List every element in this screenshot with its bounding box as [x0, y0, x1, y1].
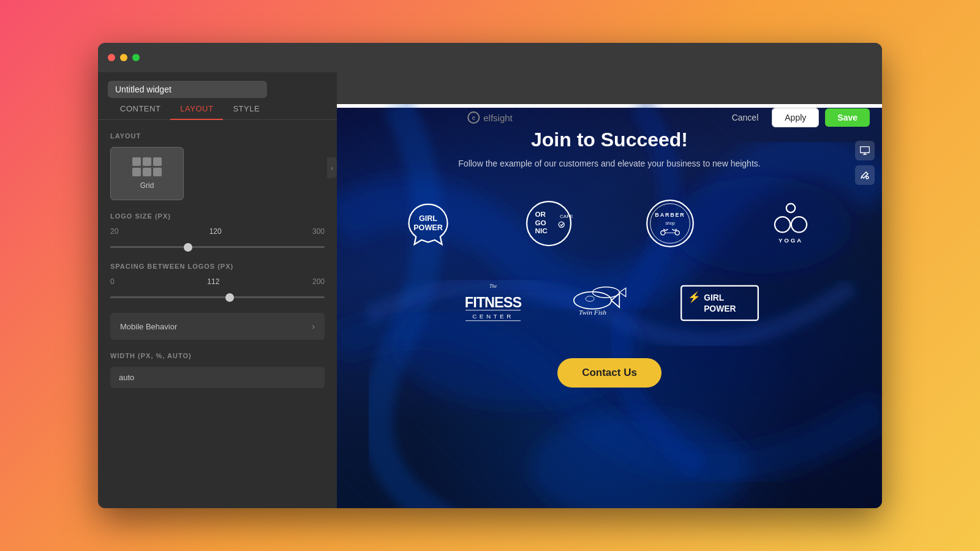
width-section: WIDTH (PX, %, AUTO) auto	[110, 352, 325, 388]
tab-content[interactable]: CONTENT	[110, 98, 170, 119]
svg-point-35	[866, 176, 869, 179]
svg-text:GO: GO	[535, 219, 546, 227]
logo-twin-fish: Twin Fish	[564, 272, 643, 334]
svg-point-26	[574, 292, 611, 309]
svg-text:BARBER: BARBER	[655, 212, 685, 218]
layout-option-grid-label: Grid	[140, 181, 154, 190]
width-input[interactable]: auto	[110, 367, 325, 388]
logo-fitness-center: The FITNESS CENTER	[459, 272, 527, 334]
svg-text:POWER: POWER	[704, 304, 736, 313]
sidebar: Untitled widget CONTENT LAYOUT STYLE LAY…	[98, 72, 337, 508]
app-window: Untitled widget CONTENT LAYOUT STYLE LAY…	[98, 43, 882, 508]
svg-point-2	[530, 413, 748, 508]
spacing-slider[interactable]	[110, 296, 325, 298]
svg-text:The: The	[489, 283, 497, 289]
preview-title: Join to Succeed!	[531, 129, 688, 151]
svg-point-17	[786, 204, 795, 212]
preview-toolbar	[855, 141, 875, 185]
tab-style[interactable]: STYLE	[223, 98, 270, 119]
layout-label: LAYOUT	[110, 132, 325, 140]
spacing-range-labels: 0 112 200	[110, 277, 325, 286]
girl-power-svg: GIRL POWER	[401, 196, 456, 251]
logo-size-current: 120	[209, 227, 222, 236]
logos-grid-row2: The FITNESS CENTER	[459, 272, 760, 334]
paint-icon[interactable]	[855, 165, 875, 185]
svg-text:OR: OR	[535, 210, 546, 218]
mobile-behavior-row[interactable]: Mobile Behavior ›	[110, 313, 325, 340]
widget-title-input[interactable]: Untitled widget	[108, 81, 267, 98]
logo-girl-power-badge: ⚡ GIRL POWER	[680, 272, 760, 334]
contact-button[interactable]: Contact Us	[557, 358, 662, 388]
svg-text:shop: shop	[665, 220, 675, 226]
svg-point-10	[559, 222, 564, 227]
preview-subtitle: Follow the example of our customers and …	[458, 159, 760, 168]
spacing-current: 112	[207, 277, 219, 286]
barber-shop-svg: BARBER shop	[643, 196, 698, 251]
sidebar-body: LAYOUT Grid ›	[98, 120, 337, 508]
spacing-label: SPACING BETWEEN LOGOS (PX)	[110, 263, 325, 270]
maximize-button[interactable]	[132, 54, 140, 61]
preview-pane: Join to Succeed! Follow the example of o…	[337, 104, 882, 508]
svg-text:YOGA: YOGA	[778, 237, 803, 244]
logo-barber-shop: BARBER shop	[619, 193, 722, 254]
elfsight-label: elfsight	[483, 113, 513, 123]
width-label: WIDTH (PX, %, AUTO)	[110, 352, 325, 359]
elfsight-icon: e	[467, 111, 480, 124]
organic-cafe-svg: OR GO NIC CAFE	[521, 196, 576, 251]
girl-power-badge-svg: ⚡ GIRL POWER	[680, 285, 760, 321]
spacing-section: SPACING BETWEEN LOGOS (PX) 0 112 200	[110, 263, 325, 301]
spacing-min: 0	[110, 277, 115, 286]
grid-icon	[132, 157, 162, 176]
preview-content: Join to Succeed! Follow the example of o…	[337, 104, 882, 412]
logo-size-min: 20	[110, 227, 118, 236]
svg-point-16	[675, 231, 679, 235]
svg-text:NIC: NIC	[535, 227, 548, 234]
titlebar	[98, 43, 882, 72]
svg-text:POWER: POWER	[413, 223, 443, 232]
logo-size-max: 300	[312, 227, 325, 236]
mobile-behavior-chevron: ›	[312, 321, 315, 331]
save-button[interactable]: Save	[825, 108, 870, 127]
fitness-center-svg: The FITNESS CENTER	[459, 276, 527, 331]
tab-layout[interactable]: LAYOUT	[170, 98, 223, 119]
svg-text:⚡: ⚡	[688, 291, 701, 304]
logos-grid-row1: GIRL POWER OR GO NIC CAFE	[377, 193, 842, 254]
desktop-view-icon[interactable]	[855, 141, 875, 160]
preview-background: Join to Succeed! Follow the example of o…	[337, 104, 882, 508]
close-button[interactable]	[108, 54, 115, 61]
logo-organic-cafe: OR GO NIC CAFE	[498, 193, 601, 254]
cancel-button[interactable]: Cancel	[725, 109, 766, 126]
tabs-bar: CONTENT LAYOUT STYLE	[98, 98, 337, 120]
layout-section: LAYOUT Grid ›	[110, 132, 325, 200]
svg-point-27	[586, 296, 594, 302]
svg-text:GIRL: GIRL	[419, 214, 437, 223]
header-actions: Cancel Apply Save	[725, 102, 870, 133]
layout-option-grid[interactable]: Grid	[110, 147, 184, 200]
spacing-max: 200	[312, 277, 325, 286]
svg-text:Twin Fish: Twin Fish	[579, 309, 606, 316]
svg-text:FITNESS: FITNESS	[465, 294, 522, 310]
svg-rect-34	[861, 147, 870, 153]
svg-point-19	[791, 217, 807, 232]
logo-size-slider[interactable]	[110, 246, 325, 248]
preview-header	[337, 72, 882, 104]
elfsight-logo: e elfsight	[467, 102, 513, 133]
mobile-behavior-label: Mobile Behavior	[120, 322, 177, 331]
svg-text:CAFE: CAFE	[560, 214, 573, 219]
minimize-button[interactable]	[120, 54, 127, 61]
svg-point-18	[775, 217, 790, 232]
logo-girl-power: GIRL POWER	[377, 193, 480, 254]
yoga-svg: YOGA	[763, 196, 818, 251]
logo-size-section: LOGO SIZE (PX) 20 120 300	[110, 212, 325, 250]
layout-options: Grid	[110, 147, 325, 200]
logo-yoga: YOGA	[740, 193, 843, 254]
apply-button[interactable]: Apply	[772, 108, 819, 127]
svg-point-15	[660, 231, 665, 235]
svg-text:CENTER: CENTER	[472, 313, 514, 320]
layout-expand-btn[interactable]: ›	[327, 157, 337, 178]
twin-fish-svg: Twin Fish	[564, 282, 643, 324]
logo-size-range-labels: 20 120 300	[110, 227, 325, 236]
logo-size-label: LOGO SIZE (PX)	[110, 212, 325, 220]
svg-text:GIRL: GIRL	[704, 293, 725, 302]
